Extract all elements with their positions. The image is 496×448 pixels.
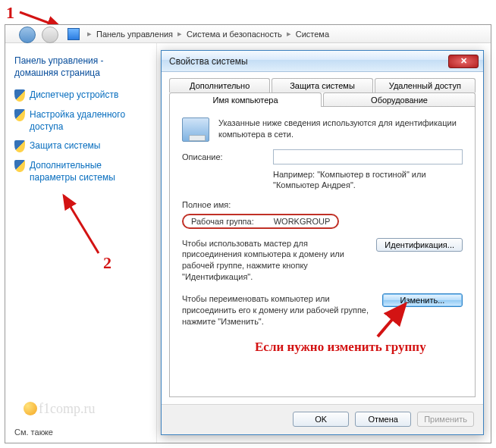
side-link-advanced[interactable]: Дополнительные параметры системы (14, 160, 147, 183)
workgroup-value: WORKGROUP (274, 217, 331, 226)
bulb-icon (24, 402, 37, 415)
tab-hardware[interactable]: Оборудование (323, 92, 476, 107)
annotation-change-group: Если нужно изменить группу (255, 340, 426, 355)
identify-button[interactable]: Идентификация... (376, 238, 463, 252)
nav-back-button[interactable] (19, 27, 36, 43)
side-link-label: Настройка удаленного доступа (30, 109, 147, 133)
close-button[interactable]: ✕ (448, 55, 479, 68)
cancel-button[interactable]: Отмена (355, 412, 411, 427)
dialog-footer: OK Отмена Применить (162, 404, 483, 434)
shield-icon (14, 140, 25, 152)
description-label: Описание: (182, 152, 273, 161)
tab-computer-name[interactable]: Имя компьютера (169, 92, 322, 107)
tab-protection[interactable]: Защита системы (272, 78, 372, 92)
info-text: Указанные ниже сведения используются для… (218, 117, 463, 140)
side-panel-title[interactable]: Панель управления - домашняя страница (14, 55, 147, 79)
breadcrumb-item-1[interactable]: Система и безопасность (187, 30, 282, 39)
see-also-label: См. также (14, 428, 53, 437)
breadcrumb-item-0[interactable]: Панель управления (96, 30, 173, 39)
side-link-protection[interactable]: Защита системы (14, 140, 147, 152)
dialog-title: Свойства системы (169, 56, 448, 67)
workgroup-highlight: Рабочая группа: WORKGROUP (182, 214, 339, 229)
dialog-titlebar[interactable]: Свойства системы ✕ (162, 51, 483, 72)
annotation-number-2: 2 (103, 253, 111, 273)
ok-button[interactable]: OK (293, 412, 349, 427)
side-panel: Панель управления - домашняя страница Ди… (5, 43, 157, 443)
change-button[interactable]: Изменить... (382, 293, 463, 307)
description-input[interactable] (273, 149, 463, 164)
breadcrumb-sep: ▸ (177, 29, 182, 39)
annotation-number-1: 1 (6, 3, 14, 23)
change-paragraph: Чтобы переименовать компьютер или присое… (182, 293, 375, 327)
side-link-label: Диспетчер устройств (30, 89, 118, 102)
apply-button[interactable]: Применить (417, 412, 474, 427)
nav-forward-button[interactable] (42, 27, 58, 43)
control-panel-icon (67, 28, 80, 40)
breadcrumb-sep: ▸ (287, 29, 291, 39)
description-example: Например: "Компьютер в гостиной" или "Ко… (273, 169, 463, 191)
workgroup-label: Рабочая группа: (191, 217, 254, 226)
computer-icon (182, 117, 209, 142)
system-properties-dialog: Свойства системы ✕ Дополнительно Защита … (161, 50, 484, 435)
tab-remote[interactable]: Удаленный доступ (375, 78, 476, 92)
tab-advanced[interactable]: Дополнительно (169, 78, 270, 92)
side-link-label: Дополнительные параметры системы (30, 160, 147, 183)
shield-icon (14, 160, 25, 172)
side-link-device-manager[interactable]: Диспетчер устройств (14, 89, 147, 102)
watermark: f1comp.ru (24, 401, 95, 417)
shield-icon (14, 89, 25, 102)
fullname-label: Полное имя: (182, 200, 273, 209)
shield-icon (14, 109, 25, 121)
breadcrumb-sep: ▸ (87, 29, 92, 39)
side-link-label: Защита системы (30, 140, 100, 152)
breadcrumb-item-2[interactable]: Система (296, 30, 329, 39)
breadcrumb-bar: ▸ Панель управления ▸ Система и безопасн… (5, 25, 491, 43)
identify-paragraph: Чтобы использовать мастер для присоедине… (182, 238, 369, 283)
side-link-remote[interactable]: Настройка удаленного доступа (14, 109, 147, 133)
